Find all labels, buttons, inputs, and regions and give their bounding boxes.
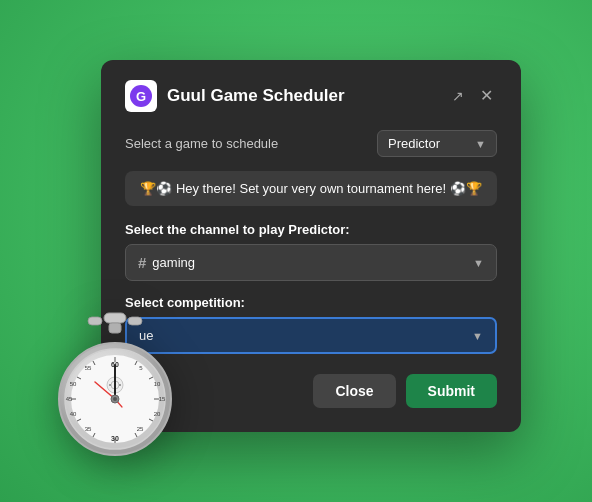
competition-chevron-icon: ▼ (472, 330, 483, 342)
close-button[interactable]: Close (313, 374, 395, 408)
game-select-value: Predictor (388, 136, 440, 151)
app-icon: G (125, 80, 157, 112)
hash-icon: # (138, 254, 146, 271)
competition-select-dropdown[interactable]: ue ▼ (125, 317, 497, 354)
svg-point-40 (113, 397, 117, 401)
dialog-title: Guul Game Scheduler (167, 86, 448, 106)
svg-text:20: 20 (154, 411, 161, 417)
svg-rect-0 (104, 313, 126, 323)
scene: 60 5 10 15 20 25 30 35 40 45 50 55 (0, 0, 592, 502)
stopwatch-decoration: 60 5 10 15 20 25 30 35 40 45 50 55 (50, 307, 180, 462)
external-link-icon: ↗ (452, 89, 464, 103)
game-selector-label: Select a game to schedule (125, 136, 278, 151)
svg-rect-2 (128, 317, 142, 325)
svg-text:15: 15 (159, 396, 166, 402)
banner: 🏆⚽ Hey there! Set your very own tourname… (125, 171, 497, 206)
competition-label: Select competition: (125, 295, 497, 310)
svg-rect-41 (109, 323, 121, 333)
svg-text:55: 55 (85, 365, 92, 371)
channel-value: gaming (152, 255, 195, 270)
svg-text:25: 25 (137, 426, 144, 432)
channel-select-dropdown[interactable]: # gaming ▼ (125, 244, 497, 281)
svg-rect-1 (88, 317, 102, 325)
svg-text:30: 30 (111, 435, 119, 442)
title-actions: ↗ ✕ (448, 86, 497, 106)
channel-chevron-icon: ▼ (473, 257, 484, 269)
svg-text:35: 35 (85, 426, 92, 432)
game-select-dropdown[interactable]: Predictor ▼ (377, 130, 497, 157)
close-dialog-icon: ✕ (480, 88, 493, 104)
svg-text:45: 45 (66, 396, 73, 402)
channel-label: Select the channel to play Predictor: (125, 222, 497, 237)
svg-text:10: 10 (154, 381, 161, 387)
external-link-button[interactable]: ↗ (448, 87, 468, 105)
svg-text:40: 40 (70, 411, 77, 417)
channel-left: # gaming (138, 254, 195, 271)
game-select-chevron-icon: ▼ (475, 138, 486, 150)
svg-text:50: 50 (70, 381, 77, 387)
submit-button[interactable]: Submit (406, 374, 497, 408)
svg-text:G: G (136, 89, 146, 104)
title-bar: G Guul Game Scheduler ↗ ✕ (125, 80, 497, 112)
game-selector-row: Select a game to schedule Predictor ▼ (125, 130, 497, 157)
button-row: Close Submit (125, 374, 497, 408)
close-dialog-button[interactable]: ✕ (476, 86, 497, 106)
